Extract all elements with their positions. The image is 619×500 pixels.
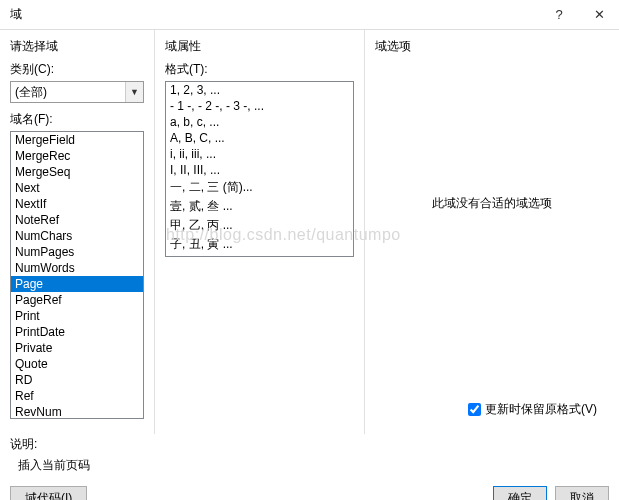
list-item[interactable]: 甲, 乙, 丙 ...: [166, 216, 353, 235]
properties-header: 域属性: [165, 38, 354, 55]
list-item[interactable]: Page: [11, 276, 143, 292]
format-label: 格式(T):: [165, 61, 354, 78]
list-item[interactable]: 1., 2., 3. ...: [166, 254, 353, 257]
list-item[interactable]: a, b, c, ...: [166, 114, 353, 130]
list-item[interactable]: PrintDate: [11, 324, 143, 340]
list-item[interactable]: - 1 -, - 2 -, - 3 -, ...: [166, 98, 353, 114]
select-field-panel: 请选择域 类别(C): (全部) ▼ 域名(F): MergeFieldMerg…: [0, 30, 155, 434]
list-item[interactable]: NoteRef: [11, 212, 143, 228]
fieldname-label: 域名(F):: [10, 111, 144, 128]
fields-listbox[interactable]: MergeFieldMergeRecMergeSeqNextNextIfNote…: [10, 131, 144, 419]
description-area: 说明: 插入当前页码: [0, 434, 619, 478]
close-button[interactable]: ✕: [579, 0, 619, 30]
formats-listbox[interactable]: 1, 2, 3, ...- 1 -, - 2 -, - 3 -, ...a, b…: [165, 81, 354, 257]
list-item[interactable]: RD: [11, 372, 143, 388]
list-item[interactable]: MergeSeq: [11, 164, 143, 180]
window-title: 域: [10, 6, 539, 23]
list-item[interactable]: I, II, III, ...: [166, 162, 353, 178]
list-item[interactable]: 壹, 贰, 叁 ...: [166, 197, 353, 216]
list-item[interactable]: i, ii, iii, ...: [166, 146, 353, 162]
list-item[interactable]: NumWords: [11, 260, 143, 276]
list-item[interactable]: Quote: [11, 356, 143, 372]
list-item[interactable]: NextIf: [11, 196, 143, 212]
list-item[interactable]: MergeRec: [11, 148, 143, 164]
list-item[interactable]: PageRef: [11, 292, 143, 308]
list-item[interactable]: 1, 2, 3, ...: [166, 82, 353, 98]
category-combo[interactable]: (全部) ▼: [10, 81, 144, 103]
description-label: 说明:: [10, 436, 609, 453]
category-value: (全部): [11, 82, 125, 102]
list-item[interactable]: A, B, C, ...: [166, 130, 353, 146]
list-item[interactable]: RevNum: [11, 404, 143, 419]
dialog-footer: 域代码(I) 确定 取消: [0, 478, 619, 500]
description-text: 插入当前页码: [10, 457, 609, 474]
dialog-body: 请选择域 类别(C): (全部) ▼ 域名(F): MergeFieldMerg…: [0, 30, 619, 434]
preserve-format-label: 更新时保留原格式(V): [485, 401, 597, 418]
no-options-text: 此域没有合适的域选项: [375, 195, 609, 212]
chevron-down-icon[interactable]: ▼: [125, 82, 143, 102]
options-header: 域选项: [375, 38, 609, 55]
fieldcodes-button[interactable]: 域代码(I): [10, 486, 87, 500]
select-field-header: 请选择域: [10, 38, 144, 55]
list-item[interactable]: Print: [11, 308, 143, 324]
cancel-button[interactable]: 取消: [555, 486, 609, 500]
list-item[interactable]: 子, 丑, 寅 ...: [166, 235, 353, 254]
preserve-format-checkbox[interactable]: [468, 403, 481, 416]
list-item[interactable]: Private: [11, 340, 143, 356]
list-item[interactable]: NumChars: [11, 228, 143, 244]
list-item[interactable]: Next: [11, 180, 143, 196]
preserve-format-row[interactable]: 更新时保留原格式(V): [468, 401, 597, 418]
category-label: 类别(C):: [10, 61, 144, 78]
help-button[interactable]: ?: [539, 0, 579, 30]
list-item[interactable]: 一, 二, 三 (简)...: [166, 178, 353, 197]
titlebar: 域 ? ✕: [0, 0, 619, 30]
list-item[interactable]: NumPages: [11, 244, 143, 260]
field-options-panel: 域选项 此域没有合适的域选项 更新时保留原格式(V): [365, 30, 619, 434]
list-item[interactable]: MergeField: [11, 132, 143, 148]
list-item[interactable]: Ref: [11, 388, 143, 404]
field-properties-panel: 域属性 格式(T): 1, 2, 3, ...- 1 -, - 2 -, - 3…: [155, 30, 365, 434]
ok-button[interactable]: 确定: [493, 486, 547, 500]
